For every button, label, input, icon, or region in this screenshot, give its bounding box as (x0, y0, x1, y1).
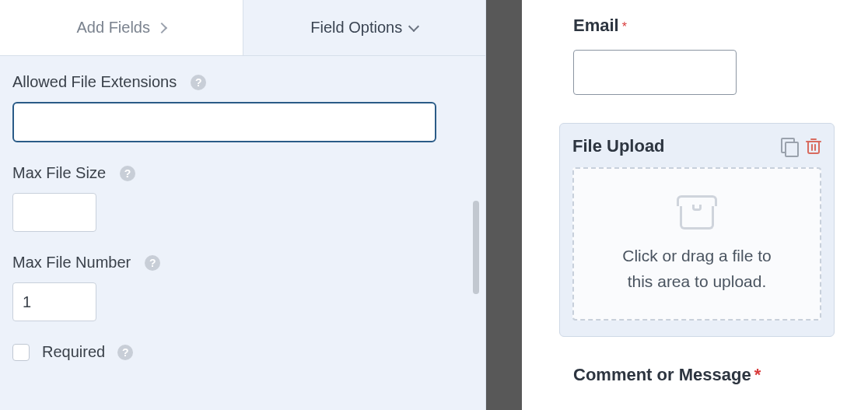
duplicate-icon[interactable] (781, 138, 798, 155)
tab-label: Field Options (310, 19, 402, 37)
inbox-icon (677, 195, 717, 230)
allowed-extensions-label: Allowed File Extensions (12, 73, 177, 91)
comment-label: Comment or Message (573, 365, 751, 384)
trash-icon[interactable] (806, 138, 821, 155)
comment-field-block: Comment or Message* (573, 365, 840, 385)
max-file-size-row: Max File Size ? (12, 164, 473, 232)
chevron-right-icon (156, 22, 167, 33)
file-upload-field-card[interactable]: File Upload Click or drag a file to (559, 123, 835, 337)
field-options-panel: Add Fields Field Options Allowed File Ex… (0, 0, 486, 410)
options-body: Allowed File Extensions ? Max File Size … (0, 56, 485, 361)
tab-field-options[interactable]: Field Options (243, 0, 486, 55)
form-preview: Email* File Upload (522, 0, 868, 410)
email-field-block: Email* (573, 16, 840, 95)
max-file-number-label: Max File Number (12, 254, 131, 272)
dropzone-line2: this area to upload. (628, 272, 767, 290)
help-icon[interactable]: ? (145, 255, 160, 271)
required-asterisk: * (622, 20, 627, 33)
required-checkbox[interactable] (12, 344, 30, 361)
max-file-size-input[interactable] (12, 193, 96, 232)
max-file-size-label: Max File Size (12, 164, 106, 182)
required-asterisk: * (754, 365, 761, 384)
chevron-down-icon (408, 20, 419, 31)
upload-header: File Upload (572, 136, 821, 156)
max-file-number-row: Max File Number ? (12, 254, 473, 321)
max-file-number-input[interactable] (12, 282, 96, 321)
email-label: Email (573, 16, 619, 35)
file-dropzone[interactable]: Click or drag a file to this area to upl… (572, 167, 821, 321)
panel-divider (486, 0, 522, 410)
required-label: Required (42, 343, 105, 361)
field-label-line: Max File Number ? (12, 254, 473, 272)
upload-actions (781, 138, 821, 155)
tabs: Add Fields Field Options (0, 0, 485, 56)
help-icon[interactable]: ? (191, 75, 206, 90)
scrollbar-thumb[interactable] (473, 201, 479, 294)
help-icon[interactable]: ? (117, 345, 133, 360)
email-input[interactable] (573, 50, 737, 95)
tab-label: Add Fields (77, 19, 151, 37)
required-row: Required ? (12, 343, 473, 361)
allowed-extensions-row: Allowed File Extensions ? (12, 73, 473, 142)
file-upload-title: File Upload (572, 136, 665, 156)
allowed-extensions-input[interactable] (12, 102, 436, 142)
help-icon[interactable]: ? (120, 166, 135, 181)
tab-add-fields[interactable]: Add Fields (0, 0, 243, 55)
field-label-line: Allowed File Extensions ? (12, 73, 473, 91)
svg-rect-0 (808, 142, 819, 153)
field-label-line: Max File Size ? (12, 164, 473, 182)
dropzone-text: Click or drag a file to this area to upl… (588, 244, 806, 294)
dropzone-line1: Click or drag a file to (622, 247, 771, 265)
